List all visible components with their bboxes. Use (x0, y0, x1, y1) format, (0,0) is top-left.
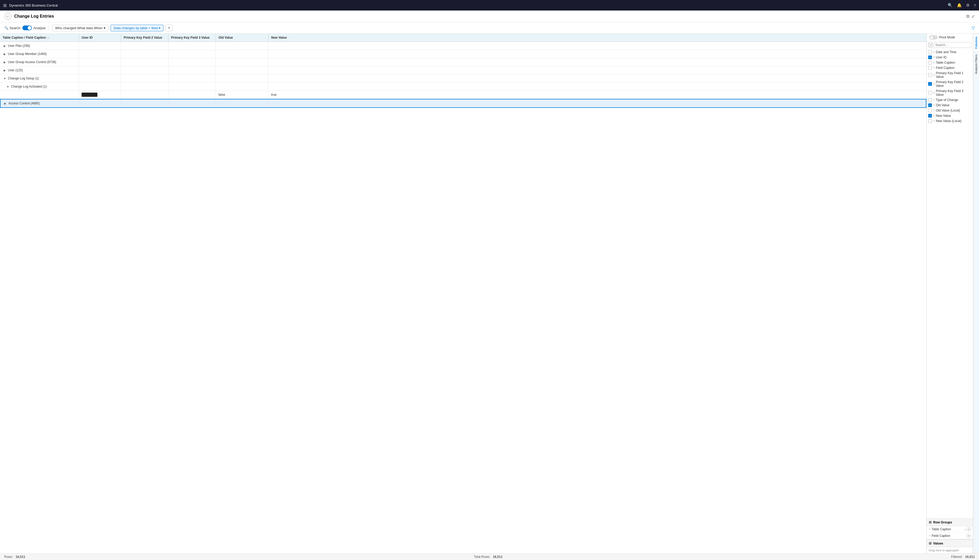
rg-drag-field-caption[interactable]: ⠿ (929, 535, 931, 537)
page-container: ← Change Log Entries ⧉ ⤢ 🔍 Search Analys… (0, 10, 979, 560)
tab-columns[interactable]: Columns (973, 34, 979, 52)
collapse-all-button[interactable]: − (928, 43, 933, 47)
col-item-pk2: ✓ ⠿ Primary Key Field 2 Value (927, 80, 973, 88)
content-area: Table Caption / Field Caption ↑↓ User ID… (0, 34, 979, 553)
col-name-pk2: Primary Key Field 2 Value (936, 80, 971, 88)
td-label: ▶ User Group Member (1494) (0, 50, 79, 58)
search-button[interactable]: 🔍 Search (4, 26, 20, 30)
col-item-old-value: ✓ ⠿ Old Value (927, 103, 973, 108)
pivot-mode-toggle[interactable] (929, 35, 938, 40)
drag-handle-field-caption[interactable]: ⠿ (933, 67, 935, 70)
col-checkbox-new-value-local[interactable] (928, 119, 932, 123)
col-item-pk1: ⠿ Primary Key Field 1 Value (927, 70, 973, 80)
row-group-item-field-caption: ⠿ Field Caption × (927, 533, 973, 539)
search-icon[interactable]: 🔍 (948, 3, 953, 8)
page-header-actions: ⧉ ⤢ (966, 14, 975, 19)
drag-handle-pk3[interactable]: ⠿ (933, 92, 935, 95)
column-search-input[interactable] (934, 42, 971, 48)
rg-sort-table-caption[interactable]: ↓ (964, 528, 966, 531)
app-grid-icon[interactable]: ⊞ (3, 3, 7, 8)
values-icon: ⊞ (929, 541, 932, 545)
col-checkbox-table-caption[interactable] (928, 61, 932, 65)
table-row[interactable]: ▶ User Group Access Control (9738) (0, 58, 926, 66)
tab-who-changed[interactable]: Who changed What data When ▾ (52, 25, 109, 31)
drag-handle-old-value-local[interactable]: ⠿ (933, 109, 935, 112)
col-checkbox-date-time[interactable] (928, 50, 932, 54)
col-checkbox-new-value[interactable]: ✓ (928, 114, 932, 118)
th-table-field-caption: Table Caption / Field Caption ↑↓ (0, 34, 79, 42)
rg-remove-table-caption[interactable]: × (967, 527, 971, 531)
expand-icon[interactable]: ▶ (3, 52, 7, 56)
td-label: ▶ User Plan (258) (0, 42, 79, 50)
table-row[interactable]: ▼ Change Log Activated (1) (0, 83, 926, 91)
col-checkbox-field-caption[interactable] (928, 66, 932, 70)
drag-handle-old-value[interactable]: ⠿ (933, 104, 935, 107)
expand-icon[interactable]: ▶ (3, 68, 7, 72)
analyse-toggle[interactable] (22, 25, 32, 30)
drag-handle-date-time[interactable]: ⠿ (933, 51, 935, 54)
fullscreen-button[interactable]: ⤢ (971, 14, 975, 19)
expand-icon[interactable]: ▶ (3, 60, 7, 64)
td-label: ▶ User (125) (0, 66, 79, 74)
expand-icon[interactable]: ▶ (3, 44, 7, 48)
analyse-toggle-container: Analyse (22, 25, 45, 30)
th-old-value: Old Value (216, 34, 269, 42)
col-checkbox-pk2[interactable]: ✓ (928, 82, 932, 86)
tab-analysis-filters[interactable]: Analysis Filters (973, 52, 979, 77)
tab-data-changes-label: Data changes by table + field (114, 26, 158, 30)
table-row[interactable]: ▶ Access Control (4895) (0, 99, 926, 108)
expand-icon[interactable]: ▼ (6, 85, 10, 88)
gear-icon[interactable]: ⚙ (966, 3, 969, 8)
rg-drag-table-caption[interactable]: ⠿ (929, 528, 931, 531)
add-tab-button[interactable]: + (165, 25, 172, 31)
td-pk3 (169, 91, 216, 98)
col-checkbox-old-value[interactable]: ✓ (928, 103, 932, 107)
filtered-label: Filtered: (951, 555, 962, 559)
td-label: ▼ Change Log Setup (1) (0, 75, 79, 82)
open-new-window-button[interactable]: ⧉ (966, 14, 969, 19)
sort-icon-0[interactable]: ↑↓ (47, 36, 50, 39)
values-header: ⊞ Values (927, 540, 973, 547)
app-title: Dynamics 365 Business Central (9, 3, 945, 7)
table-row[interactable]: ▶ User Group Member (1494) (0, 50, 926, 58)
col-name-new-value: New Value (936, 114, 971, 118)
col-name-table-caption: Table Caption (936, 61, 971, 65)
table-row[interactable]: ▶ User (125) (0, 66, 926, 75)
col-name-old-value: Old Value (936, 103, 971, 107)
table-row[interactable]: ▶ User Plan (258) (0, 42, 926, 50)
td-label: ▶ User Group Access Control (9738) (0, 58, 79, 66)
col-checkbox-pk3[interactable] (928, 91, 932, 95)
col-item-pk3: ⠿ Primary Key Field 3 Value (927, 88, 973, 97)
tab-data-changes[interactable]: Data changes by table + field ▾ (110, 25, 164, 31)
side-tabs: Columns Analysis Filters (973, 34, 979, 553)
expand-icon[interactable]: ▼ (3, 76, 7, 80)
drag-handle-pk1[interactable]: ⠿ (933, 73, 935, 77)
drag-handle-user-id[interactable]: ⠿ (933, 56, 935, 59)
drag-handle-type-change[interactable]: ⠿ (933, 98, 935, 102)
back-button[interactable]: ← (4, 13, 12, 20)
drag-handle-table-caption[interactable]: ⠿ (933, 61, 935, 64)
col-checkbox-pk1[interactable] (928, 73, 932, 77)
columns-list: ⠿ Date and Time ✓ ⠿ User ID ⠿ Table Capt… (927, 49, 973, 518)
drag-handle-pk2[interactable]: ⠿ (933, 83, 935, 85)
rg-remove-field-caption[interactable]: × (967, 534, 971, 538)
redacted-value (82, 93, 97, 97)
table-row[interactable]: ▼ Change Log Setup (1) (0, 75, 926, 83)
pivot-mode-row: Pivot Mode (927, 34, 973, 41)
drag-here-hint: Drag here to aggregate (927, 547, 973, 553)
col-checkbox-old-value-local[interactable] (928, 108, 932, 112)
drag-handle-new-value[interactable]: ⠿ (933, 114, 935, 117)
col-name-new-value-local: New Value (Local) (936, 119, 971, 123)
bell-icon[interactable]: 🔔 (957, 3, 962, 8)
page-title: Change Log Entries (14, 14, 964, 19)
td-old-value: false (216, 91, 269, 98)
help-icon[interactable]: ? (974, 3, 976, 8)
drag-handle-new-value-local[interactable]: ⠿ (933, 120, 935, 123)
filtered-value: 16,511 (965, 555, 975, 559)
filter-button[interactable]: ▽ (972, 25, 975, 30)
table-body: ▶ User Plan (258) ▶ User Group Member (1… (0, 42, 926, 553)
col-checkbox-user-id[interactable]: ✓ (928, 55, 932, 59)
col-checkbox-type-change[interactable] (928, 98, 932, 102)
expand-icon[interactable]: ▶ (3, 101, 7, 105)
table-row[interactable]: false true (0, 91, 926, 99)
